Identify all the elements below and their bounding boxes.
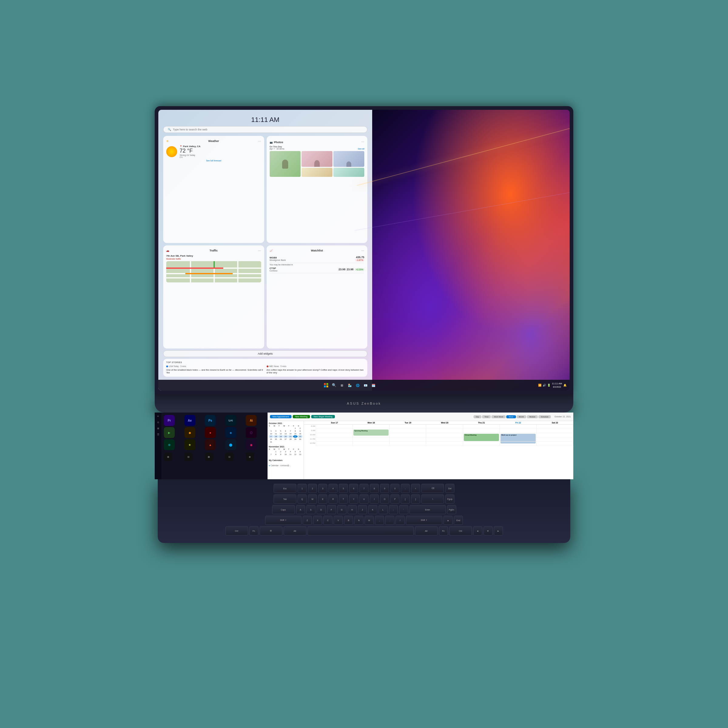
cal-cell-mon-8[interactable] — [353, 425, 390, 429]
screenpad-icon-1[interactable]: ≡ — [156, 414, 161, 419]
taskbar-mail-app[interactable]: 📧 — [362, 382, 369, 388]
cal-day[interactable]: 1 — [274, 450, 278, 453]
cal-cell-wed-9[interactable] — [426, 429, 463, 433]
cal-day[interactable]: 2 — [278, 450, 283, 453]
key-3[interactable]: 3 — [318, 484, 327, 493]
cal-module-btn[interactable]: Module — [527, 415, 538, 418]
cal-day[interactable]: 10 — [269, 433, 273, 435]
key-lwin[interactable]: ⊞ — [260, 526, 282, 535]
app-17[interactable]: ⊟ — [184, 453, 193, 461]
photo-thumb-4[interactable] — [301, 168, 332, 177]
cal-day[interactable]: 1 — [293, 427, 298, 430]
key-enter[interactable]: Enter — [410, 505, 446, 514]
app-13[interactable]: ▲ — [205, 439, 216, 450]
cal-day[interactable]: 6 — [283, 430, 288, 432]
cal-cell-mon-10[interactable] — [353, 433, 390, 437]
key-comma[interactable]: , — [375, 515, 384, 525]
cal-day[interactable]: 12 — [293, 453, 298, 456]
app-8[interactable]: ● — [205, 427, 216, 438]
cal-day[interactable]: 10 — [283, 453, 288, 456]
cal-cell-tue-9[interactable] — [390, 429, 426, 433]
key-t[interactable]: T — [339, 494, 348, 503]
key-rshift[interactable]: Shift ⇧ — [406, 515, 442, 525]
app-10[interactable]: ⬡ — [246, 427, 257, 438]
cal-day[interactable]: 7 — [288, 430, 293, 432]
taskbar-notifications-icon[interactable]: 🔔 — [563, 384, 567, 387]
key-1[interactable]: 1 — [298, 484, 307, 493]
cal-cell-fri-9[interactable] — [500, 429, 537, 433]
key-5[interactable]: 5 — [339, 484, 348, 493]
app-6[interactable]: ▶ — [164, 427, 175, 438]
key-w[interactable]: W — [308, 494, 317, 503]
cal-cell-sun-11[interactable] — [316, 437, 353, 442]
app-after-effects[interactable]: Ae — [184, 415, 195, 426]
weather-forecast-link[interactable]: See full forecast — [166, 159, 261, 162]
key-delete[interactable]: Del — [445, 484, 454, 493]
cal-cell-fri-12[interactable] — [500, 442, 537, 446]
cal-day-today[interactable]: 22 — [293, 435, 298, 438]
cal-day[interactable]: 30 — [298, 438, 303, 440]
watchlist-item-1[interactable]: CTSP Contoso 23.98 23.98 +2.23% — [270, 266, 365, 273]
key-fn[interactable]: Fn — [249, 526, 258, 535]
cal-cell-sat-10[interactable] — [537, 433, 573, 437]
cal-day[interactable]: 9 — [298, 430, 303, 432]
cal-day[interactable]: 18 — [274, 435, 278, 438]
screenpad-icon-3[interactable]: ⊞ — [156, 426, 161, 431]
key-down[interactable]: ▼ — [483, 526, 492, 535]
app-photoshop[interactable]: Ps — [205, 415, 216, 426]
cal-cell-thu-12[interactable] — [463, 442, 500, 446]
cal-cell-sun-10[interactable] — [316, 433, 353, 437]
key-slash[interactable]: / — [396, 515, 405, 525]
key-6[interactable]: 6 — [349, 484, 358, 493]
cal-schedule-btn[interactable]: Schedule — [538, 415, 551, 418]
key-end[interactable]: End — [454, 515, 463, 525]
cal-cell-fri-11[interactable] — [500, 437, 537, 442]
app-11[interactable]: ⊕ — [164, 439, 175, 450]
key-x[interactable]: X — [313, 515, 322, 525]
cal-cell-sun-12[interactable] — [316, 442, 353, 446]
key-right[interactable]: ► — [494, 526, 503, 535]
cal-cell-sat-11[interactable] — [537, 437, 573, 442]
key-backslash[interactable]: \ — [421, 494, 444, 503]
taskbar-task-view[interactable]: ⊞ — [338, 382, 345, 388]
watchlist-item-0[interactable]: WGB8 Woodgrove Bank 435.75 -1.87% — [270, 254, 365, 263]
cal-cell-thu-10[interactable]: Virtual Meeting — [463, 433, 500, 437]
cal-day[interactable]: 11 — [288, 453, 293, 456]
cal-cell-wed-8[interactable] — [426, 425, 463, 429]
key-k[interactable]: K — [368, 505, 377, 514]
key-period[interactable]: . — [385, 515, 394, 525]
cal-day[interactable]: 14 — [288, 433, 293, 435]
cal-cell-mon-9[interactable]: Syncing Meeting — [353, 429, 390, 433]
new-appointment-btn[interactable]: New Appointment — [270, 415, 292, 418]
watchlist-menu[interactable]: ··· — [361, 248, 364, 253]
cal-cell-tue-10[interactable] — [390, 433, 426, 437]
cal-day[interactable] — [288, 427, 293, 430]
cal-cell-wed-10[interactable] — [426, 433, 463, 437]
key-lbracket[interactable]: [ — [401, 494, 410, 503]
cal-cell-thu-11[interactable] — [463, 437, 500, 442]
key-o[interactable]: O — [380, 494, 389, 503]
photos-menu[interactable]: ··· — [361, 139, 364, 144]
cal-day[interactable]: 19 — [278, 435, 283, 438]
story-item-0[interactable]: USA Today · 3 mins One of the smallest b… — [166, 365, 264, 374]
key-pgup[interactable]: PgUp — [445, 494, 454, 503]
cal-day[interactable]: 5 — [293, 450, 298, 453]
key-rbracket[interactable]: ] — [411, 494, 420, 503]
cal-day[interactable]: 26 — [278, 438, 283, 440]
key-l[interactable]: L — [379, 505, 388, 514]
cal-day[interactable]: 16 — [298, 433, 303, 435]
key-a[interactable]: A — [296, 505, 305, 514]
app-illustrator[interactable]: Ai — [246, 415, 257, 426]
cal-day[interactable] — [269, 427, 273, 430]
cal-day[interactable]: 2 — [298, 427, 303, 430]
cal-day[interactable]: 31 — [269, 441, 273, 443]
key-m[interactable]: M — [365, 515, 374, 525]
app-14[interactable]: ⬤ — [225, 439, 236, 450]
cal-day[interactable]: 3 — [283, 450, 288, 453]
key-j[interactable]: J — [358, 505, 367, 514]
cal-time-btn[interactable]: Time — [482, 415, 491, 418]
cal-day[interactable]: 15 — [293, 433, 298, 435]
key-backspace[interactable]: ⌫ — [421, 484, 444, 493]
key-d[interactable]: D — [317, 505, 326, 514]
cal-cell-sat-8[interactable] — [537, 425, 573, 429]
